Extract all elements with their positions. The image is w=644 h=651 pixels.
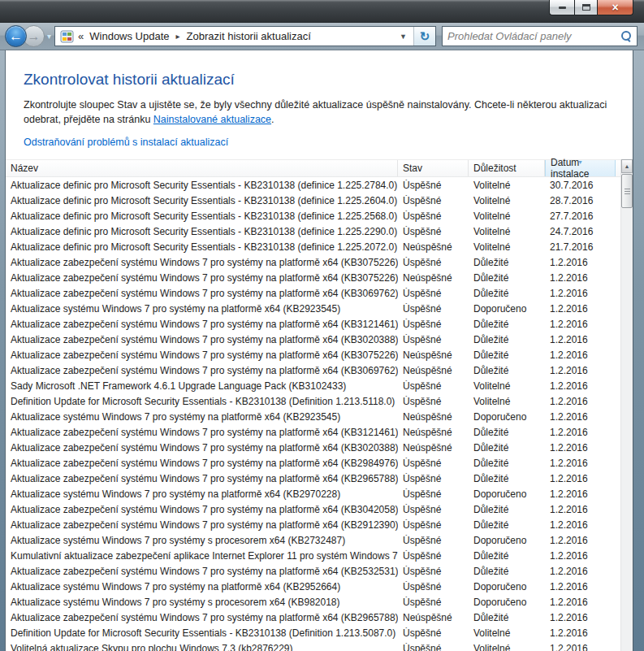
- breadcrumb-separator-icon[interactable]: ▸: [176, 32, 180, 41]
- installed-updates-link[interactable]: Nainstalované aktualizace: [153, 114, 271, 125]
- cell-importance: Doporučeno: [469, 411, 545, 423]
- description-text: Zkontrolujte sloupec Stav a ujistěte se,…: [24, 99, 607, 125]
- table-row[interactable]: Aktualizace zabezpečení systému Windows …: [6, 424, 620, 440]
- vertical-scrollbar[interactable]: ▲: [620, 159, 633, 651]
- breadcrumb-item-windows-update[interactable]: Windows Update: [89, 30, 169, 42]
- table-row[interactable]: Aktualizace systému Windows 7 pro systém…: [6, 579, 620, 594]
- cell-status: Neúspěšné: [398, 427, 469, 438]
- table-row[interactable]: Aktualizace zabezpečení systému Windows …: [6, 471, 620, 486]
- cell-importance: Volitelné: [469, 396, 545, 407]
- table-row[interactable]: Sady Microsoft .NET Framework 4.6.1 Upgr…: [6, 378, 620, 393]
- table-row[interactable]: Definition Update for Microsoft Security…: [6, 625, 620, 640]
- address-dropdown-icon[interactable]: ▼: [396, 33, 410, 41]
- table-row[interactable]: Aktualizace zabezpečení systému Windows …: [6, 362, 620, 378]
- cell-importance: Důležité: [469, 365, 545, 376]
- cell-status: Neúspěšné: [398, 411, 469, 423]
- cell-name: Aktualizace zabezpečení systému Windows …: [6, 272, 398, 284]
- title-bar: ×: [0, 0, 644, 23]
- cell-importance: Volitelné: [469, 226, 545, 237]
- table-row[interactable]: Aktualizace definic pro Microsoft Securi…: [6, 239, 620, 254]
- search-box: [442, 26, 638, 46]
- table-row[interactable]: Aktualizace definic pro Microsoft Securi…: [6, 193, 620, 208]
- breadcrumb-item-update-history[interactable]: Zobrazit historii aktualizací: [187, 30, 311, 42]
- cell-status: Úspěšné: [398, 627, 469, 639]
- table-row[interactable]: Aktualizace zabezpečení systému Windows …: [6, 254, 620, 270]
- close-button[interactable]: ×: [598, 0, 633, 15]
- cell-date: 1.2.2016: [545, 257, 616, 268]
- table-row[interactable]: Aktualizace zabezpečení systému Windows …: [6, 332, 620, 347]
- minimize-icon: [559, 7, 566, 9]
- cell-name: Aktualizace systému Windows 7 pro systém…: [6, 597, 398, 608]
- cell-date: 1.2.2016: [545, 411, 616, 423]
- control-panel-icon: [60, 30, 74, 43]
- table-row[interactable]: Aktualizace definic pro Microsoft Securi…: [6, 177, 620, 193]
- table-row[interactable]: Aktualizace zabezpečení systému Windows …: [6, 440, 620, 455]
- cell-name: Aktualizace systému Windows 7 pro systém…: [6, 411, 398, 423]
- table-row[interactable]: Definition Update for Microsoft Security…: [6, 393, 620, 409]
- table-row[interactable]: Aktualizace systému Windows 7 pro systém…: [6, 594, 620, 610]
- column-header-importance[interactable]: Důležitost: [469, 160, 545, 176]
- cell-status: Úspěšné: [398, 257, 469, 268]
- table-row[interactable]: Volitelná aktualizace Skypu pro plochu W…: [6, 640, 620, 651]
- search-icon[interactable]: [620, 31, 632, 42]
- table-row[interactable]: Aktualizace systému Windows 7 pro systém…: [6, 409, 620, 424]
- troubleshoot-link[interactable]: Odstraňování problémů s instalací aktual…: [24, 137, 228, 148]
- search-input[interactable]: [447, 30, 617, 42]
- column-header-name[interactable]: Název: [6, 160, 398, 176]
- table-row[interactable]: Aktualizace definic pro Microsoft Securi…: [6, 208, 620, 224]
- refresh-button[interactable]: ↻: [413, 27, 435, 46]
- cell-importance: Důležité: [469, 349, 545, 361]
- cell-importance: Doporučeno: [469, 488, 545, 500]
- cell-name: Aktualizace zabezpečení systému Windows …: [6, 319, 398, 330]
- cell-importance: Důležité: [469, 504, 545, 515]
- cell-date: 1.2.2016: [545, 365, 616, 376]
- cell-date: 1.2.2016: [545, 643, 616, 651]
- maximize-icon: [582, 4, 590, 11]
- table-row[interactable]: Aktualizace definic pro Microsoft Securi…: [6, 224, 620, 239]
- table-row[interactable]: Aktualizace systému Windows 7 pro systém…: [6, 532, 620, 548]
- table-row[interactable]: Aktualizace systému Windows 7 pro systém…: [6, 301, 620, 316]
- column-header-status[interactable]: Stav: [398, 160, 469, 176]
- address-bar[interactable]: « Windows Update ▸ Zobrazit historii akt…: [55, 27, 413, 46]
- scrollbar-thumb[interactable]: [621, 174, 633, 208]
- table-row[interactable]: Aktualizace zabezpečení systému Windows …: [6, 610, 620, 625]
- table-row[interactable]: Aktualizace zabezpečení systému Windows …: [6, 501, 620, 517]
- cell-status: Úspěšné: [398, 195, 469, 206]
- table-row[interactable]: Aktualizace zabezpečení systému Windows …: [6, 316, 620, 332]
- maximize-button[interactable]: [574, 0, 598, 15]
- cell-status: Úspěšné: [398, 535, 469, 546]
- cell-date: 1.2.2016: [545, 627, 616, 639]
- cell-date: 1.2.2016: [545, 349, 616, 361]
- table-row[interactable]: Aktualizace zabezpečení systému Windows …: [6, 347, 620, 362]
- cell-importance: Důležité: [469, 272, 545, 284]
- forward-arrow-icon: →: [28, 29, 41, 44]
- recent-pages-chevron-icon[interactable]: ▾: [47, 32, 51, 41]
- cell-name: Sady Microsoft .NET Framework 4.6.1 Upgr…: [6, 380, 398, 392]
- table-row[interactable]: Aktualizace zabezpečení systému Windows …: [6, 517, 620, 532]
- cell-name: Aktualizace zabezpečení systému Windows …: [6, 442, 398, 454]
- cell-name: Aktualizace zabezpečení systému Windows …: [6, 566, 398, 577]
- minimize-button[interactable]: [549, 0, 574, 15]
- breadcrumb-overflow-icon[interactable]: «: [78, 30, 84, 42]
- back-button[interactable]: ←: [5, 25, 27, 47]
- table-row[interactable]: Aktualizace zabezpečení systému Windows …: [6, 285, 620, 301]
- cell-name: Aktualizace zabezpečení systému Windows …: [6, 519, 398, 531]
- cell-name: Aktualizace zabezpečení systému Windows …: [6, 473, 398, 484]
- sort-indicator-icon: ▾: [578, 158, 581, 166]
- table-row[interactable]: Kumulativní aktualizace zabezpečení apli…: [6, 548, 620, 563]
- table-row[interactable]: Aktualizace zabezpečení systému Windows …: [6, 455, 620, 471]
- scroll-up-button[interactable]: ▲: [621, 159, 633, 173]
- column-header-install-date[interactable]: ▾ Datum instalace: [545, 160, 616, 176]
- window-frame-right: [633, 50, 644, 651]
- cell-importance: Volitelné: [469, 195, 545, 206]
- cell-status: Úspěšné: [398, 473, 469, 484]
- table-row[interactable]: Aktualizace systému Windows 7 pro systém…: [6, 486, 620, 501]
- cell-date: 1.2.2016: [545, 319, 616, 330]
- cell-importance: Důležité: [469, 442, 545, 454]
- cell-name: Aktualizace zabezpečení systému Windows …: [6, 427, 398, 438]
- table-row[interactable]: Aktualizace zabezpečení systému Windows …: [6, 563, 620, 579]
- cell-date: 27.7.2016: [545, 210, 616, 222]
- cell-status: Neúspěšné: [398, 442, 469, 454]
- table-row[interactable]: Aktualizace zabezpečení systému Windows …: [6, 270, 620, 285]
- cell-date: 1.2.2016: [545, 380, 616, 392]
